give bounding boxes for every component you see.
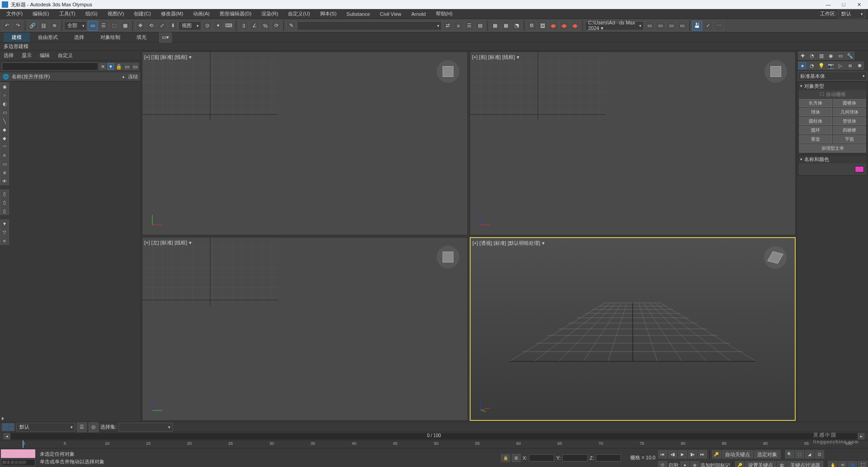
menu-group[interactable]: 组(G) [82, 10, 101, 18]
reset-project-button[interactable]: ▭ [666, 21, 676, 31]
scale-button[interactable]: ⤢ [157, 21, 167, 31]
ribbon-tab-selection[interactable]: 选择 [66, 33, 92, 42]
scene-list[interactable] [10, 81, 141, 415]
refcoord-combo[interactable]: 视图 [179, 21, 201, 30]
menu-scripting[interactable]: 脚本(S) [316, 10, 340, 18]
lock-button[interactable]: 🔒 [115, 63, 123, 70]
filter-camera-icon[interactable]: ╲ [0, 117, 9, 125]
tab-modify[interactable]: ◔ [807, 52, 816, 60]
redo-button[interactable]: ↷ [13, 21, 23, 31]
select-object-button[interactable]: ▭ [88, 21, 98, 31]
named-selection-combo[interactable] [297, 21, 442, 30]
material-editor-button[interactable]: ⬔ [512, 21, 522, 31]
filter-visible-icon[interactable]: 👁 [0, 177, 9, 185]
key-icon[interactable]: 🔑 [712, 450, 721, 458]
timeline-ruler[interactable]: 0510152025303540455055606570758085909510… [0, 440, 868, 448]
ribbon-tab-objpaint[interactable]: 对象绘制 [92, 33, 128, 42]
cat-shapes[interactable]: ◔ [807, 62, 816, 70]
selected-obj-button[interactable]: 选定对象 [754, 450, 780, 458]
column-freeze[interactable]: 冻结 [128, 73, 138, 80]
menu-rendering[interactable]: 渲染(R) [258, 10, 282, 18]
filter-all-icon[interactable]: ◉ [0, 82, 9, 91]
viewcube-left[interactable] [437, 246, 459, 268]
shading-menu-icon[interactable]: ▾ [542, 240, 545, 246]
layer-button[interactable]: ☰ [77, 422, 87, 432]
filter-shape-icon[interactable]: ◐ [0, 100, 9, 108]
unlink-button[interactable]: ⛓ [38, 21, 48, 31]
obj-geosphere[interactable]: 几何球体 [833, 108, 866, 116]
tab-hierarchy[interactable]: ▥ [817, 52, 826, 60]
menu-substance[interactable]: Substance [343, 10, 373, 18]
column-name[interactable]: 名称(按升序排序) [12, 73, 119, 80]
menu-arnold[interactable]: Arnold [408, 10, 429, 18]
menu-animation[interactable]: 动画(A) [189, 10, 213, 18]
cat-lights[interactable]: 💡 [817, 62, 826, 70]
filter-hidden-icon[interactable]: ※ [0, 168, 9, 176]
filter-button[interactable]: ▼ [107, 63, 114, 70]
next-frame-button[interactable]: ▮▸ [688, 450, 697, 458]
render-button[interactable]: 🫖 [548, 21, 558, 31]
cat-geometry[interactable]: ● [798, 62, 807, 70]
tool-2-icon[interactable]: ▽ [0, 228, 9, 236]
menu-create[interactable]: 创建(C) [130, 10, 154, 18]
pivot-center-button[interactable]: ⊙ [202, 21, 212, 31]
tab-motion[interactable]: ◉ [826, 52, 835, 60]
lock-selection-button[interactable]: 🔒 [501, 454, 510, 462]
cat-systems[interactable]: ✱ [855, 62, 864, 70]
check-button[interactable]: ✓ [703, 21, 713, 31]
tool-3-icon[interactable]: ≡ [0, 237, 9, 245]
tab-display[interactable]: ▭ [836, 52, 845, 60]
selection-set-combo[interactable] [118, 423, 173, 432]
ribbon-tab-freeform[interactable]: 自由形式 [30, 33, 66, 42]
obj-tube[interactable]: 管状体 [833, 117, 866, 125]
snap-toggle-button[interactable]: 3 [239, 21, 249, 31]
set-key-button[interactable]: 设置关键点 [745, 461, 776, 467]
menu-grapheditors[interactable]: 图形编辑器(D) [216, 10, 255, 18]
placement-button[interactable]: ⬇ [168, 21, 178, 31]
obj-plane[interactable]: 平面 [833, 135, 866, 143]
viewport-perspective[interactable]: [+] [透视] [标准] [默认明暗处理]▾ [470, 237, 796, 421]
ribbon-tab-modeling[interactable]: 建模 [4, 33, 30, 42]
obj-pyramid[interactable]: 四棱锥 [833, 126, 866, 134]
time-slider[interactable]: 0 / 100 [11, 433, 857, 439]
menu-edit[interactable]: 编辑(E) [29, 10, 53, 18]
curve-editor-button[interactable]: ▦ [490, 21, 500, 31]
view-mode-2-button[interactable]: ▭ [132, 63, 139, 70]
enable-dot-button[interactable]: ● [680, 461, 689, 467]
orbit-button[interactable]: ⟲ [838, 461, 847, 467]
link-button[interactable]: 🔗 [28, 21, 38, 31]
schematic-view-button[interactable]: ▦ [501, 21, 511, 31]
display-1-icon[interactable]: ▯ [0, 190, 9, 198]
keyboard-shortcut-button[interactable]: ⌨ [224, 21, 234, 31]
clear-search-button[interactable]: ✕ [99, 63, 106, 70]
viewport-top-label[interactable]: [+] [顶] [标准] [线框]▾ [144, 54, 192, 61]
filter-frozen-icon[interactable]: ▭ [0, 160, 9, 168]
viewport-persp-label[interactable]: [+] [透视] [标准] [默认明暗处理]▾ [472, 240, 545, 247]
viewport-top[interactable]: [+] [顶] [标准] [线框]▾ [142, 52, 468, 235]
filter-geom-icon[interactable]: ○ [0, 91, 9, 99]
add-time-tag-button[interactable]: ⊕ [690, 461, 699, 467]
window-crossing-button[interactable]: ▦ [120, 21, 130, 31]
menu-civilview[interactable]: Civil View [376, 10, 405, 18]
autogrid-row[interactable]: ☐自动栅格 [798, 90, 867, 98]
collapse-toggle[interactable] [2, 417, 4, 420]
cat-cameras[interactable]: 📷 [826, 62, 835, 70]
align-button[interactable]: ≡ [453, 21, 463, 31]
tab-create[interactable]: ✚ [798, 52, 807, 60]
save-button[interactable]: 💾 [692, 21, 702, 31]
tool-1-icon[interactable]: ▼ [0, 219, 9, 228]
selection-filter[interactable]: 全部 [64, 21, 87, 30]
filter-bone-icon[interactable]: ◠ [0, 143, 9, 151]
ribbon-expand-button[interactable]: ▭▾ [159, 33, 172, 43]
se-tab-customize[interactable]: 自定义 [58, 52, 73, 59]
shading-menu-icon[interactable]: ▾ [189, 240, 192, 246]
goto-end-button[interactable]: ⏭ [698, 450, 707, 458]
bind-spacewarp-button[interactable]: ≋ [49, 21, 59, 31]
mirror-button[interactable]: ⇄ [443, 21, 453, 31]
select-region-button[interactable]: ⬚ [109, 21, 119, 31]
viewport-left[interactable]: [+] [左] [标准] [线框]▾ [142, 237, 468, 421]
zoom-all-button[interactable]: ⬚ [795, 450, 804, 458]
x-input[interactable] [529, 454, 554, 462]
se-tab-edit[interactable]: 编辑 [40, 52, 50, 59]
maximize-button[interactable]: □ [840, 2, 847, 8]
